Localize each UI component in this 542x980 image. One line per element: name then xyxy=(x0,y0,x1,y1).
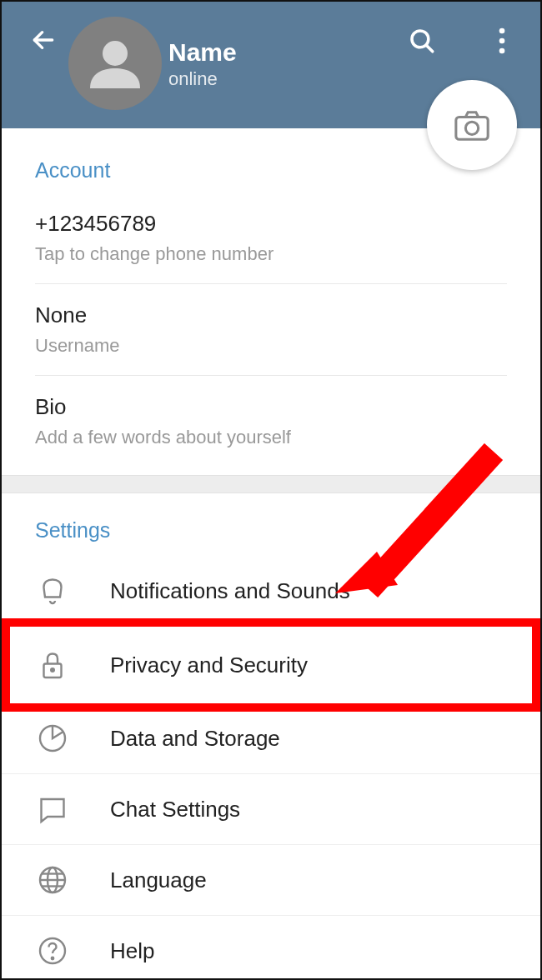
profile-name: Name xyxy=(168,38,237,67)
svg-point-8 xyxy=(465,122,478,134)
person-icon xyxy=(85,33,145,93)
settings-label: Privacy and Security xyxy=(110,652,308,678)
more-button[interactable] xyxy=(499,27,505,58)
settings-item-notifications[interactable]: Notifications and Sounds xyxy=(2,556,540,627)
back-button[interactable] xyxy=(30,27,57,57)
header: Name online xyxy=(2,2,540,128)
settings-section-title: Settings xyxy=(2,518,540,556)
account-phone-item[interactable]: +123456789 Tap to change phone number xyxy=(2,196,540,280)
username-value: None xyxy=(35,302,507,328)
section-gap xyxy=(2,475,540,493)
svg-point-18 xyxy=(52,958,53,959)
camera-fab[interactable] xyxy=(427,80,517,170)
settings-label: Language xyxy=(110,868,207,893)
more-vertical-icon xyxy=(499,27,505,55)
chat-icon xyxy=(35,794,70,824)
settings-label: Notifications and Sounds xyxy=(110,578,350,604)
divider xyxy=(35,375,507,376)
settings-item-data[interactable]: Data and Storage xyxy=(2,703,540,774)
bio-value: Bio xyxy=(35,394,507,420)
profile-status: online xyxy=(168,68,237,90)
username-sub: Username xyxy=(35,335,507,357)
svg-point-1 xyxy=(103,41,128,66)
svg-point-6 xyxy=(499,48,505,54)
search-button[interactable] xyxy=(408,27,436,58)
settings-label: Help xyxy=(110,938,154,964)
pie-chart-icon xyxy=(35,723,70,753)
svg-point-10 xyxy=(51,668,54,672)
divider xyxy=(35,283,507,284)
phone-value: +123456789 xyxy=(35,211,507,237)
settings-label: Data and Storage xyxy=(110,726,280,752)
svg-point-5 xyxy=(499,38,505,44)
help-icon xyxy=(35,936,70,966)
avatar[interactable] xyxy=(68,17,162,110)
svg-line-3 xyxy=(426,45,433,52)
lock-icon xyxy=(35,650,70,680)
svg-point-4 xyxy=(499,28,505,34)
settings-item-privacy[interactable]: Privacy and Security xyxy=(2,618,540,712)
bio-sub: Add a few words about yourself xyxy=(35,427,507,448)
phone-sub: Tap to change phone number xyxy=(35,243,507,265)
settings-item-help[interactable]: Help xyxy=(2,916,540,980)
settings-label: Chat Settings xyxy=(110,797,240,822)
arrow-left-icon xyxy=(30,27,57,53)
svg-rect-7 xyxy=(456,117,488,139)
bell-icon xyxy=(35,576,70,606)
name-block: Name online xyxy=(168,38,237,90)
settings-item-language[interactable]: Language xyxy=(2,845,540,916)
account-bio-item[interactable]: Bio Add a few words about yourself xyxy=(2,379,540,463)
search-icon xyxy=(408,27,436,55)
account-username-item[interactable]: None Username xyxy=(2,288,540,372)
globe-icon xyxy=(35,865,70,895)
settings-item-chat[interactable]: Chat Settings xyxy=(2,774,540,845)
camera-icon xyxy=(453,106,491,144)
